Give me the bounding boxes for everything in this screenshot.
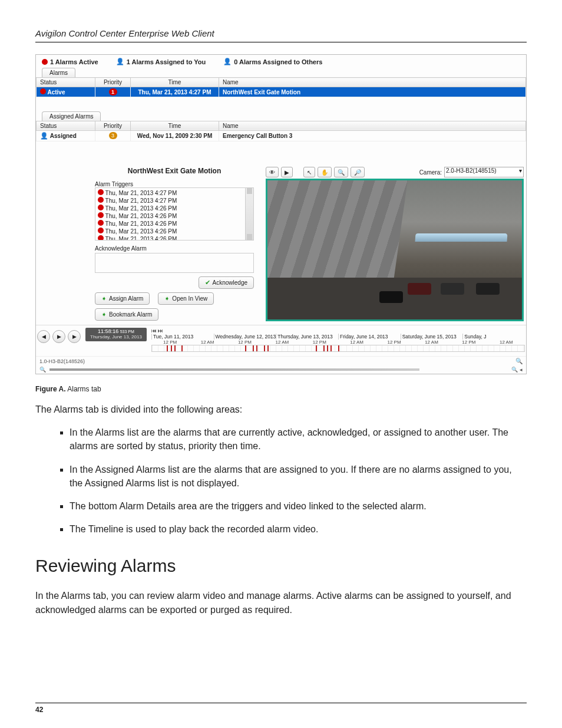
cell-time: Wed, Nov 11, 2009 2:30 PM	[131, 130, 219, 141]
acknowledge-note-input[interactable]	[95, 253, 254, 273]
assign-alarm-button[interactable]: ➧Assign Alarm	[95, 292, 150, 305]
chevron-down-icon: ▾	[519, 167, 522, 174]
timeline-hour: 12 PM	[301, 340, 338, 345]
table-row[interactable]: 👤 Assigned 3 Wed, Nov 11, 2009 2:30 PM E…	[37, 130, 526, 141]
bookmark-alarm-button[interactable]: ➧Bookmark Alarm	[95, 308, 158, 321]
alarm-active-icon	[98, 197, 104, 203]
list-item: In the Alarms list are the alarms that a…	[70, 426, 527, 453]
summary-active-label: 1 Alarms Active	[50, 58, 98, 65]
list-item: In the Assigned Alarms list are the alar…	[70, 463, 527, 490]
page-number: 42	[35, 703, 527, 714]
list-item[interactable]: Thu, Mar 21, 2013 4:26 PM	[105, 205, 177, 212]
cell-status: Assigned	[50, 133, 77, 139]
col-priority[interactable]: Priority	[95, 78, 131, 87]
acknowledge-button[interactable]: ✔Acknowledge	[199, 276, 254, 289]
screenshot-alarms-tab: 1 Alarms Active 👤 1 Alarms Assigned to Y…	[35, 54, 527, 374]
list-item[interactable]: Thu, Mar 21, 2013 4:27 PM	[105, 197, 177, 204]
timeline-prev-button[interactable]: ◀	[37, 330, 50, 343]
play-button[interactable]: ▶	[281, 167, 293, 177]
person-icon: 👤	[223, 58, 232, 65]
summary-assigned-you: 👤 1 Alarms Assigned to You	[116, 58, 206, 65]
col-name[interactable]: Name	[219, 121, 526, 130]
arrow-icon: ➧	[101, 295, 107, 302]
alarm-active-icon	[98, 220, 104, 226]
table-row	[37, 141, 526, 161]
running-header: Avigilon Control Center Enterprise Web C…	[35, 28, 527, 42]
alarm-detail-title: NorthWest Exit Gate Motion	[95, 167, 254, 175]
recorded-toggle-button[interactable]: 👁	[266, 167, 279, 177]
list-item[interactable]: Thu, Mar 21, 2013 4:27 PM	[105, 190, 177, 196]
check-icon: ✔	[205, 279, 210, 286]
timeline-camera-label: 1.0-H3-B2(148526)	[39, 358, 85, 364]
cell-name: Emergency Call Button 3	[219, 130, 526, 141]
body-paragraph: The Alarms tab is divided into the follo…	[35, 403, 527, 416]
timeline-position-badge: 11:58:16 533 PM Thursday, June 13, 2013	[85, 328, 147, 341]
person-icon: 👤	[116, 58, 124, 65]
camera-select[interactable]: 2.0-H3-B2(148515) ▾	[444, 167, 524, 177]
timeline-date: Saturday, June 15, 2013	[401, 334, 463, 340]
arrow-icon: ➧	[164, 295, 170, 302]
summary-assigned-you-label: 1 Alarms Assigned to You	[127, 58, 206, 65]
timeline-play-button[interactable]: ▶	[52, 330, 65, 343]
tab-alarms[interactable]: Alarms	[42, 68, 75, 77]
list-item[interactable]: Thu, Mar 21, 2013 4:26 PM	[105, 236, 177, 241]
section-heading: Reviewing Alarms	[35, 556, 527, 576]
tab-assigned-alarms[interactable]: Assigned Alarms	[42, 111, 101, 121]
list-item: The Timeline is used to play back the re…	[70, 522, 527, 536]
timeline-skip-start-button[interactable]: ⏮ ⏭	[151, 328, 164, 334]
col-name[interactable]: Name	[219, 78, 526, 87]
timeline-date: Tue, Jun 11, 2013	[151, 334, 214, 340]
cell-name: NorthWest Exit Gate Motion	[219, 87, 526, 97]
alarm-active-icon	[98, 212, 104, 218]
zoom-icon[interactable]: 🔍	[39, 367, 46, 373]
list-item[interactable]: Thu, Mar 21, 2013 4:26 PM	[105, 228, 177, 235]
summary-active: 1 Alarms Active	[42, 58, 98, 65]
zoom-in-button[interactable]: 🔍	[334, 167, 348, 177]
priority-badge: 1	[109, 88, 117, 95]
timeline-hour: 12 AM	[263, 340, 300, 345]
open-in-view-button[interactable]: ➧Open In View	[158, 292, 214, 305]
col-status[interactable]: Status	[37, 121, 95, 130]
alarm-triggers-list[interactable]: Thu, Mar 21, 2013 4:27 PM Thu, Mar 21, 2…	[95, 187, 254, 241]
priority-badge: 3	[109, 132, 117, 139]
timeline-next-button[interactable]: ▶	[68, 330, 81, 343]
timeline-date: Friday, June 14, 2013	[338, 334, 401, 340]
list-item[interactable]: Thu, Mar 21, 2013 4:26 PM	[105, 213, 177, 219]
alarm-active-icon	[98, 228, 104, 233]
timeline-hour: 12 PM	[226, 340, 263, 345]
timeline-hour: 12 PM	[375, 340, 412, 345]
table-row	[37, 97, 526, 109]
cell-status: Active	[47, 89, 65, 95]
timeline-hour: 12 PM	[450, 340, 487, 345]
alarm-active-icon	[98, 205, 104, 210]
timeline-date: Thursday, June 13, 2013	[276, 334, 338, 340]
pointer-tool-button[interactable]: ↖	[303, 167, 315, 177]
zoom-out-button[interactable]: 🔎	[351, 167, 365, 177]
timeline-hour: 12 PM	[151, 340, 189, 345]
zoom-icon[interactable]: 🔍	[515, 358, 523, 364]
col-priority[interactable]: Priority	[95, 121, 131, 130]
summary-assigned-others-label: 0 Alarms Assigned to Others	[234, 58, 322, 65]
col-status[interactable]: Status	[37, 78, 95, 87]
camera-label: Camera:	[419, 169, 442, 176]
body-paragraph: In the Alarms tab, you can review alarm …	[35, 589, 527, 616]
timeline-date: Sunday, J	[462, 334, 525, 340]
assigned-alarms-table[interactable]: Status Priority Time Name 👤 Assigned 3 W…	[36, 121, 526, 162]
alarm-triggers-label: Alarm Triggers	[95, 181, 254, 187]
summary-assigned-others: 👤 0 Alarms Assigned to Others	[223, 58, 322, 65]
list-item[interactable]: Thu, Mar 21, 2013 4:26 PM	[105, 220, 177, 227]
zoom-slider[interactable]	[49, 368, 419, 371]
figure-caption: Figure A. Alarms tab	[35, 385, 527, 393]
pan-tool-button[interactable]: ✋	[318, 167, 332, 177]
timeline-ruler[interactable]: ⏮ ⏭ Tue, Jun 11, 2013 Wednesday, June 12…	[151, 328, 525, 354]
timeline-date: Wednesday, June 12, 2013	[214, 334, 276, 340]
video-panel[interactable]	[266, 179, 524, 321]
table-row[interactable]: Active 1 Thu, Mar 21, 2013 4:27 PM North…	[37, 87, 526, 97]
col-time[interactable]: Time	[131, 78, 219, 87]
alarms-table[interactable]: Status Priority Time Name Active 1 Thu, …	[36, 77, 526, 109]
timeline-hour: 12 AM	[338, 340, 375, 345]
body-bullet-list: In the Alarms list are the alarms that a…	[35, 426, 527, 536]
col-time[interactable]: Time	[131, 121, 219, 130]
timeline-hour: 12 AM	[488, 340, 525, 345]
scrollbar[interactable]	[245, 188, 253, 240]
